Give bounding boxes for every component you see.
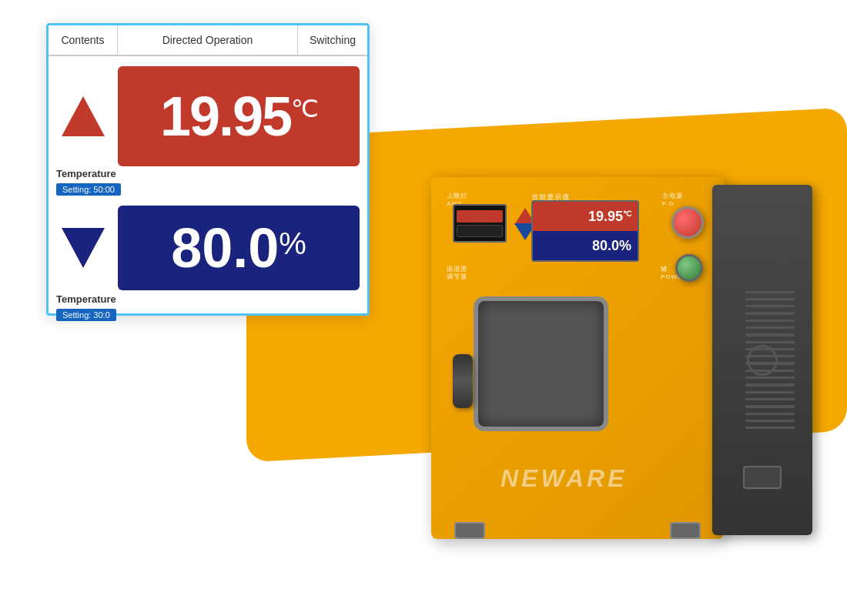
- temperature-setting-upper: Setting: 50:00: [56, 183, 121, 196]
- vent-line: [745, 326, 795, 329]
- vent-line: [745, 298, 795, 300]
- lower-humidity-section: 80.0%: [49, 203, 367, 292]
- vent-line: [745, 333, 795, 336]
- cabinet-main-body: 上限灯AMT 当前显示值 主电源P.O 温湿度调节器 辅POWER 19.95℃…: [431, 177, 724, 539]
- cabinet-screen-temperature: 19.95℃: [533, 202, 638, 231]
- humidity-value-display: 80.0%: [118, 206, 360, 290]
- emergency-stop-button[interactable]: [671, 206, 704, 239]
- cabinet-screen: 19.95℃ 80.0%: [531, 200, 639, 262]
- panel-header: Contents Directed Operation Switching: [49, 25, 367, 56]
- temperature-setting-lower: Setting: 30:0: [56, 309, 116, 321]
- tab-switching[interactable]: Switching: [298, 25, 367, 55]
- contents-tab-label: Contents: [61, 34, 104, 46]
- cabinet-foot-left: [454, 522, 485, 539]
- vent-line: [745, 427, 795, 429]
- vent-line: [745, 391, 795, 393]
- cabinet-body: 上限灯AMT 当前显示值 主电源P.O 温湿度调节器 辅POWER 19.95℃…: [431, 177, 816, 554]
- vent-line: [745, 413, 795, 415]
- cabinet-label-top-right: 主电源P.O: [662, 192, 683, 209]
- temperature-value: 19.95: [160, 85, 291, 148]
- panel-circle-detail: [747, 345, 778, 376]
- svg-marker-1: [62, 228, 105, 268]
- arrow-down-icon: [56, 221, 110, 275]
- humidity-unit: %: [279, 226, 306, 261]
- small-display-row2: [457, 225, 502, 237]
- power-button[interactable]: [675, 254, 703, 282]
- vent-line: [745, 312, 795, 314]
- humidity-value: 80.0: [171, 216, 279, 280]
- vent-line: [745, 341, 795, 343]
- cabinet-right-panel: [712, 185, 812, 535]
- temperature-unit: ℃: [291, 94, 317, 123]
- vent-line: [745, 398, 795, 400]
- vent-line: [745, 405, 795, 407]
- cabinet-screen-humidity: 80.0%: [533, 231, 638, 260]
- vent-line: [745, 320, 795, 322]
- lower-label-row: Temperature Setting: 30:0: [49, 293, 367, 324]
- temperature-value-display: 19.95℃: [118, 66, 360, 166]
- cabinet-temp-unit: ℃: [623, 209, 631, 218]
- tab-directed[interactable]: Directed Operation: [118, 25, 298, 55]
- svg-marker-0: [62, 96, 105, 136]
- cabinet-humidity-value: 80.0: [592, 238, 619, 254]
- cabinet-label-bot-left: 温湿度调节器: [447, 266, 467, 282]
- panel-connector: [743, 466, 782, 489]
- equipment-container: 上限灯AMT 当前显示值 主电源P.O 温湿度调节器 辅POWER 19.95℃…: [400, 139, 847, 570]
- directed-tab-label: Directed Operation: [162, 34, 253, 46]
- temperature-label-lower: Temperature: [56, 293, 360, 305]
- vent-line: [745, 383, 795, 386]
- door-handle[interactable]: [453, 354, 473, 408]
- switching-tab-label: Switching: [310, 34, 356, 46]
- cabinet-door-window: [474, 296, 608, 431]
- small-display-row1: [457, 210, 502, 223]
- cabinet-temp-value: 19.95: [588, 209, 623, 225]
- vent-line: [745, 305, 795, 307]
- cabinet-foot-right: [670, 522, 701, 539]
- upper-label-row: Temperature Setting: 50:00: [49, 168, 367, 200]
- cabinet-feet: [431, 522, 724, 539]
- cabinet-humidity-unit: %: [619, 238, 631, 254]
- control-panel: Contents Directed Operation Switching 19…: [46, 23, 370, 316]
- temperature-label-upper: Temperature: [56, 168, 360, 179]
- vent-line: [745, 291, 795, 293]
- vent-line: [745, 377, 795, 379]
- arrow-up-icon: [56, 89, 110, 143]
- tab-contents[interactable]: Contents: [49, 25, 118, 55]
- small-digital-display: [453, 204, 507, 243]
- upper-temp-section: 19.95℃: [49, 56, 367, 176]
- brand-label: NEWARE: [500, 464, 627, 493]
- vent-line: [745, 420, 795, 422]
